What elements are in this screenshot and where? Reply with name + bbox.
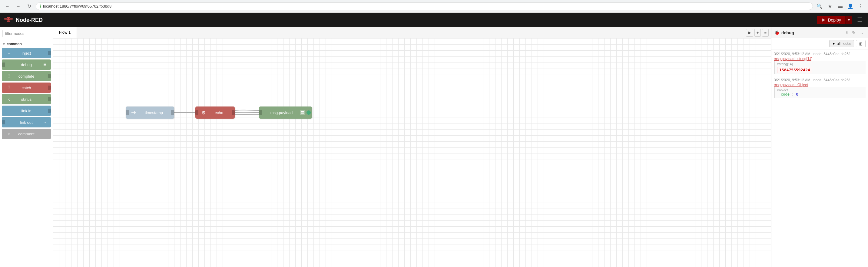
debug-edit-button[interactable]: ✎ bbox=[850, 29, 857, 36]
svg-rect-1 bbox=[9, 18, 13, 20]
tab-play-button[interactable]: ▶ bbox=[746, 29, 753, 37]
debug-header: 🐞 debug ℹ ✎ ⌄ bbox=[771, 27, 868, 38]
msgpayload-menu-icon: ☰ bbox=[300, 110, 305, 115]
browser-chrome: ← → ↻ ℹ localhost:1880/?#flow/69f65762.f… bbox=[0, 0, 868, 13]
topbar-title: Node-RED bbox=[16, 17, 43, 23]
msgpayload-status-dot bbox=[307, 110, 311, 115]
debug-expand-0[interactable]: ▾string[14] bbox=[777, 62, 863, 66]
debug-panel: 🐞 debug ℹ ✎ ⌄ ▼ all nodes 🗑 bbox=[771, 27, 868, 267]
timestamp-arrow-icon bbox=[130, 109, 138, 116]
main-content: ▼ common → inject debug ☰ ! complete bbox=[0, 27, 868, 267]
msgpayload-node[interactable]: msg.payload ☰ bbox=[259, 107, 312, 118]
svg-rect-2 bbox=[7, 17, 10, 18]
msgpayload-port-left bbox=[259, 110, 262, 115]
debug-message-1: 3/21/2020, 9:53:12 AM node: 5445c0ae.bb2… bbox=[774, 78, 866, 98]
svg-point-4 bbox=[7, 18, 10, 21]
flow-canvas[interactable]: timestamp ⚙ echo msg.payload ☰ bbox=[53, 38, 771, 267]
debug-icon: ☰ bbox=[41, 61, 49, 68]
topbar-logo: Node-RED bbox=[4, 17, 817, 24]
svg-rect-5 bbox=[131, 112, 134, 113]
echo-port-left bbox=[195, 110, 198, 115]
lock-icon: ℹ bbox=[40, 4, 41, 8]
inject-port-right bbox=[48, 51, 51, 55]
tab-list-button[interactable]: ≡ bbox=[762, 29, 769, 37]
canvas-area: Flow 1 ▶ + ≡ bbox=[53, 27, 771, 267]
status-icon: ☇ bbox=[5, 96, 13, 103]
echo-node[interactable]: ⚙ echo bbox=[195, 107, 235, 118]
debug-close-button[interactable]: ⌄ bbox=[858, 29, 865, 36]
sidebar-item-debug[interactable]: debug ☰ bbox=[2, 59, 51, 70]
debug-filter-button[interactable]: ▼ all nodes bbox=[829, 40, 854, 47]
browser-icons: 🔍 ★ ▬ 👤 ⋮ bbox=[815, 2, 865, 10]
debug-msg-link-0[interactable]: msg.payload : string[14] bbox=[774, 57, 812, 61]
canvas-tab-actions: ▶ + ≡ bbox=[746, 29, 771, 37]
debug-info-button[interactable]: ℹ bbox=[845, 29, 849, 36]
debug-panel-icon: 🐞 bbox=[774, 30, 780, 35]
chevron-down-icon: ▼ bbox=[2, 43, 5, 46]
sidebar-item-catch[interactable]: ! catch bbox=[2, 82, 51, 93]
nodered-logo-icon bbox=[4, 17, 13, 24]
topbar: Node-RED Deploy ▾ ☰ bbox=[0, 13, 868, 27]
address-bar[interactable]: ℹ localhost:1880/?#flow/69f65762.fb3bd8 bbox=[36, 2, 813, 10]
catch-icon: ! bbox=[5, 84, 13, 91]
complete-icon: ! bbox=[5, 73, 13, 80]
echo-gear-icon: ⚙ bbox=[199, 109, 208, 116]
reload-button[interactable]: ↻ bbox=[25, 2, 33, 10]
deploy-caret-button[interactable]: ▾ bbox=[845, 16, 852, 24]
sidebar: ▼ common → inject debug ☰ ! complete bbox=[0, 27, 53, 267]
comment-icon: ○ bbox=[5, 130, 13, 137]
svg-rect-0 bbox=[4, 18, 7, 20]
deploy-button[interactable]: Deploy bbox=[817, 16, 845, 24]
url-text: localhost:1880/?#flow/69f65762.fb3bd8 bbox=[43, 4, 112, 8]
timestamp-port-right bbox=[171, 110, 174, 115]
debug-header-buttons: ℹ ✎ ⌄ bbox=[845, 29, 865, 36]
flow-tab[interactable]: Flow 1 bbox=[53, 27, 77, 38]
svg-marker-6 bbox=[134, 111, 136, 114]
sidebar-item-link-out[interactable]: link out → bbox=[2, 117, 51, 128]
link-in-icon: → bbox=[5, 107, 13, 114]
tab-add-button[interactable]: + bbox=[754, 29, 761, 37]
search-input[interactable] bbox=[2, 30, 50, 37]
sidebar-category-common[interactable]: ▼ common bbox=[0, 40, 53, 47]
debug-msg-body-1: ▾object code : 0 bbox=[774, 87, 866, 98]
sidebar-item-status[interactable]: ☇ status bbox=[2, 94, 51, 104]
debug-msg-link-1[interactable]: msg.payload : Object bbox=[774, 83, 808, 87]
sidebar-search-container bbox=[0, 27, 53, 40]
debug-toolbar: ▼ all nodes 🗑 bbox=[771, 38, 868, 50]
sidebar-item-complete[interactable]: ! complete bbox=[2, 71, 51, 81]
hamburger-menu-button[interactable]: ☰ bbox=[855, 15, 864, 26]
link-out-icon: → bbox=[41, 118, 49, 126]
debug-msg-header-0: 3/21/2020, 9:53:12 AM node: 5445c0ae.bb2… bbox=[774, 52, 866, 56]
app: Node-RED Deploy ▾ ☰ ▼ common → inject bbox=[0, 13, 868, 267]
debug-clear-button[interactable]: 🗑 bbox=[856, 40, 866, 47]
extension-icon[interactable]: ▬ bbox=[836, 2, 844, 10]
back-button[interactable]: ← bbox=[3, 2, 11, 10]
sidebar-item-link-in[interactable]: → link in bbox=[2, 106, 51, 116]
menu-icon[interactable]: ⋮ bbox=[857, 2, 865, 10]
timestamp-node[interactable]: timestamp bbox=[126, 107, 174, 118]
search-icon[interactable]: 🔍 bbox=[815, 2, 824, 10]
inject-icon: → bbox=[5, 50, 13, 57]
catch-port-right bbox=[48, 85, 51, 90]
deploy-group: Deploy ▾ bbox=[817, 16, 852, 24]
svg-rect-3 bbox=[7, 21, 10, 22]
debug-expand-1[interactable]: ▾object bbox=[777, 88, 863, 92]
debug-messages: 3/21/2020, 9:53:12 AM node: 5445c0ae.bb2… bbox=[771, 50, 868, 267]
connections-svg bbox=[53, 38, 771, 267]
debug-msg-body-0: ▾string[14] 1584755592424 bbox=[774, 61, 866, 74]
bookmark-icon[interactable]: ★ bbox=[826, 2, 834, 10]
sidebar-item-comment[interactable]: ○ comment bbox=[2, 129, 51, 139]
debug-message-0: 3/21/2020, 9:53:12 AM node: 5445c0ae.bb2… bbox=[774, 52, 866, 74]
filter-icon: ▼ bbox=[832, 42, 836, 46]
debug-msg-header-1: 3/21/2020, 9:53:12 AM node: 5445c0ae.bb2… bbox=[774, 78, 866, 82]
timestamp-port-left bbox=[126, 110, 129, 115]
complete-port-right bbox=[48, 74, 51, 78]
account-icon[interactable]: 👤 bbox=[846, 2, 855, 10]
debug-code-line-1: code : 0 bbox=[777, 92, 863, 97]
status-port-right bbox=[48, 97, 51, 101]
debug-value-0: 1584755592424 bbox=[777, 67, 812, 73]
sidebar-item-inject[interactable]: → inject bbox=[2, 48, 51, 58]
forward-button[interactable]: → bbox=[14, 2, 23, 10]
echo-port-right bbox=[232, 110, 235, 115]
debug-port-left bbox=[2, 62, 5, 67]
